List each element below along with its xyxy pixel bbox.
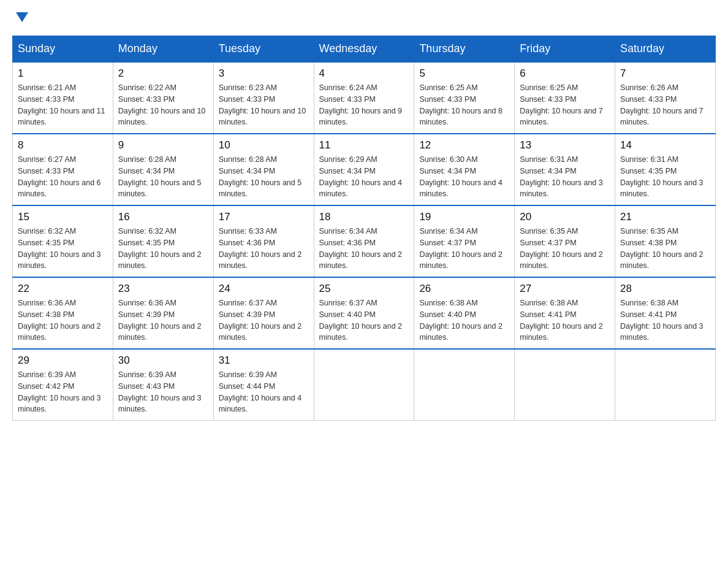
table-row: 7 Sunrise: 6:26 AMSunset: 4:33 PMDayligh… bbox=[615, 62, 716, 134]
day-info: Sunrise: 6:28 AMSunset: 4:34 PMDaylight:… bbox=[219, 155, 302, 198]
day-info: Sunrise: 6:39 AMSunset: 4:43 PMDaylight:… bbox=[118, 370, 202, 413]
table-row: 18 Sunrise: 6:34 AMSunset: 4:36 PMDaylig… bbox=[314, 205, 414, 277]
day-info: Sunrise: 6:39 AMSunset: 4:42 PMDaylight:… bbox=[18, 370, 101, 413]
day-info: Sunrise: 6:38 AMSunset: 4:41 PMDaylight:… bbox=[520, 299, 603, 342]
table-row: 26 Sunrise: 6:38 AMSunset: 4:40 PMDaylig… bbox=[414, 277, 515, 349]
day-info: Sunrise: 6:35 AMSunset: 4:37 PMDaylight:… bbox=[520, 227, 603, 270]
table-row bbox=[615, 349, 716, 421]
day-number: 26 bbox=[419, 283, 509, 295]
col-sunday: Sunday bbox=[13, 36, 113, 63]
day-number: 12 bbox=[419, 139, 509, 151]
day-number: 7 bbox=[620, 67, 710, 80]
day-number: 9 bbox=[118, 139, 208, 151]
table-row: 13 Sunrise: 6:31 AMSunset: 4:34 PMDaylig… bbox=[515, 134, 615, 205]
calendar-week-row: 22 Sunrise: 6:36 AMSunset: 4:38 PMDaylig… bbox=[13, 277, 716, 349]
day-number: 4 bbox=[319, 67, 409, 80]
page-header bbox=[12, 12, 716, 23]
table-row: 23 Sunrise: 6:36 AMSunset: 4:39 PMDaylig… bbox=[113, 277, 213, 349]
table-row: 29 Sunrise: 6:39 AMSunset: 4:42 PMDaylig… bbox=[13, 349, 113, 421]
table-row: 22 Sunrise: 6:36 AMSunset: 4:38 PMDaylig… bbox=[13, 277, 113, 349]
day-number: 31 bbox=[219, 354, 309, 367]
day-number: 18 bbox=[319, 211, 409, 223]
day-number: 14 bbox=[620, 139, 710, 151]
day-number: 10 bbox=[219, 139, 309, 151]
day-info: Sunrise: 6:28 AMSunset: 4:34 PMDaylight:… bbox=[118, 155, 202, 198]
day-info: Sunrise: 6:34 AMSunset: 4:37 PMDaylight:… bbox=[419, 227, 502, 270]
day-number: 25 bbox=[319, 283, 409, 295]
day-info: Sunrise: 6:25 AMSunset: 4:33 PMDaylight:… bbox=[419, 83, 502, 126]
table-row: 27 Sunrise: 6:38 AMSunset: 4:41 PMDaylig… bbox=[515, 277, 615, 349]
logo-arrow-icon bbox=[13, 9, 31, 26]
day-number: 11 bbox=[319, 139, 409, 151]
calendar-week-row: 29 Sunrise: 6:39 AMSunset: 4:42 PMDaylig… bbox=[13, 349, 716, 421]
table-row: 3 Sunrise: 6:23 AMSunset: 4:33 PMDayligh… bbox=[213, 62, 314, 134]
logo bbox=[12, 12, 31, 23]
table-row: 8 Sunrise: 6:27 AMSunset: 4:33 PMDayligh… bbox=[13, 134, 113, 205]
table-row: 28 Sunrise: 6:38 AMSunset: 4:41 PMDaylig… bbox=[615, 277, 716, 349]
calendar-week-row: 8 Sunrise: 6:27 AMSunset: 4:33 PMDayligh… bbox=[13, 134, 716, 205]
table-row: 14 Sunrise: 6:31 AMSunset: 4:35 PMDaylig… bbox=[615, 134, 716, 205]
day-number: 23 bbox=[118, 283, 208, 295]
table-row: 30 Sunrise: 6:39 AMSunset: 4:43 PMDaylig… bbox=[113, 349, 213, 421]
day-number: 2 bbox=[118, 67, 208, 80]
day-info: Sunrise: 6:31 AMSunset: 4:34 PMDaylight:… bbox=[520, 155, 603, 198]
day-number: 17 bbox=[219, 211, 309, 223]
table-row: 5 Sunrise: 6:25 AMSunset: 4:33 PMDayligh… bbox=[414, 62, 515, 134]
day-number: 30 bbox=[118, 354, 208, 367]
table-row: 20 Sunrise: 6:35 AMSunset: 4:37 PMDaylig… bbox=[515, 205, 615, 277]
day-info: Sunrise: 6:37 AMSunset: 4:40 PMDaylight:… bbox=[319, 299, 403, 342]
day-info: Sunrise: 6:39 AMSunset: 4:44 PMDaylight:… bbox=[219, 370, 302, 413]
day-info: Sunrise: 6:32 AMSunset: 4:35 PMDaylight:… bbox=[118, 227, 202, 270]
day-number: 29 bbox=[18, 354, 108, 367]
day-number: 5 bbox=[419, 67, 509, 80]
table-row: 31 Sunrise: 6:39 AMSunset: 4:44 PMDaylig… bbox=[213, 349, 314, 421]
day-info: Sunrise: 6:26 AMSunset: 4:33 PMDaylight:… bbox=[620, 83, 703, 126]
day-number: 15 bbox=[18, 211, 108, 223]
col-monday: Monday bbox=[113, 36, 213, 63]
day-info: Sunrise: 6:22 AMSunset: 4:33 PMDaylight:… bbox=[118, 83, 205, 126]
day-info: Sunrise: 6:23 AMSunset: 4:33 PMDaylight:… bbox=[219, 83, 306, 126]
day-number: 1 bbox=[18, 67, 108, 80]
table-row: 25 Sunrise: 6:37 AMSunset: 4:40 PMDaylig… bbox=[314, 277, 414, 349]
day-info: Sunrise: 6:35 AMSunset: 4:38 PMDaylight:… bbox=[620, 227, 703, 270]
day-info: Sunrise: 6:25 AMSunset: 4:33 PMDaylight:… bbox=[520, 83, 603, 126]
svg-marker-0 bbox=[16, 12, 28, 22]
day-number: 27 bbox=[520, 283, 610, 295]
table-row: 1 Sunrise: 6:21 AMSunset: 4:33 PMDayligh… bbox=[13, 62, 113, 134]
day-info: Sunrise: 6:36 AMSunset: 4:39 PMDaylight:… bbox=[118, 299, 202, 342]
day-number: 19 bbox=[419, 211, 509, 223]
col-thursday: Thursday bbox=[414, 36, 515, 63]
day-number: 21 bbox=[620, 211, 710, 223]
day-number: 22 bbox=[18, 283, 108, 295]
day-info: Sunrise: 6:21 AMSunset: 4:33 PMDaylight:… bbox=[18, 83, 105, 126]
table-row: 11 Sunrise: 6:29 AMSunset: 4:34 PMDaylig… bbox=[314, 134, 414, 205]
table-row bbox=[515, 349, 615, 421]
table-row: 9 Sunrise: 6:28 AMSunset: 4:34 PMDayligh… bbox=[113, 134, 213, 205]
table-row: 24 Sunrise: 6:37 AMSunset: 4:39 PMDaylig… bbox=[213, 277, 314, 349]
table-row: 19 Sunrise: 6:34 AMSunset: 4:37 PMDaylig… bbox=[414, 205, 515, 277]
day-number: 8 bbox=[18, 139, 108, 151]
calendar-table: Sunday Monday Tuesday Wednesday Thursday… bbox=[12, 36, 716, 421]
col-tuesday: Tuesday bbox=[213, 36, 314, 63]
day-info: Sunrise: 6:36 AMSunset: 4:38 PMDaylight:… bbox=[18, 299, 101, 342]
table-row: 16 Sunrise: 6:32 AMSunset: 4:35 PMDaylig… bbox=[113, 205, 213, 277]
col-saturday: Saturday bbox=[615, 36, 716, 63]
day-number: 6 bbox=[520, 67, 610, 80]
day-number: 3 bbox=[219, 67, 309, 80]
day-info: Sunrise: 6:31 AMSunset: 4:35 PMDaylight:… bbox=[620, 155, 703, 198]
day-info: Sunrise: 6:30 AMSunset: 4:34 PMDaylight:… bbox=[419, 155, 502, 198]
table-row bbox=[414, 349, 515, 421]
day-number: 24 bbox=[219, 283, 309, 295]
day-number: 16 bbox=[118, 211, 208, 223]
day-number: 20 bbox=[520, 211, 610, 223]
day-info: Sunrise: 6:32 AMSunset: 4:35 PMDaylight:… bbox=[18, 227, 101, 270]
table-row: 4 Sunrise: 6:24 AMSunset: 4:33 PMDayligh… bbox=[314, 62, 414, 134]
col-friday: Friday bbox=[515, 36, 615, 63]
table-row: 17 Sunrise: 6:33 AMSunset: 4:36 PMDaylig… bbox=[213, 205, 314, 277]
table-row: 21 Sunrise: 6:35 AMSunset: 4:38 PMDaylig… bbox=[615, 205, 716, 277]
calendar-header-row: Sunday Monday Tuesday Wednesday Thursday… bbox=[13, 36, 716, 63]
table-row: 2 Sunrise: 6:22 AMSunset: 4:33 PMDayligh… bbox=[113, 62, 213, 134]
table-row: 15 Sunrise: 6:32 AMSunset: 4:35 PMDaylig… bbox=[13, 205, 113, 277]
day-info: Sunrise: 6:37 AMSunset: 4:39 PMDaylight:… bbox=[219, 299, 302, 342]
day-info: Sunrise: 6:29 AMSunset: 4:34 PMDaylight:… bbox=[319, 155, 403, 198]
